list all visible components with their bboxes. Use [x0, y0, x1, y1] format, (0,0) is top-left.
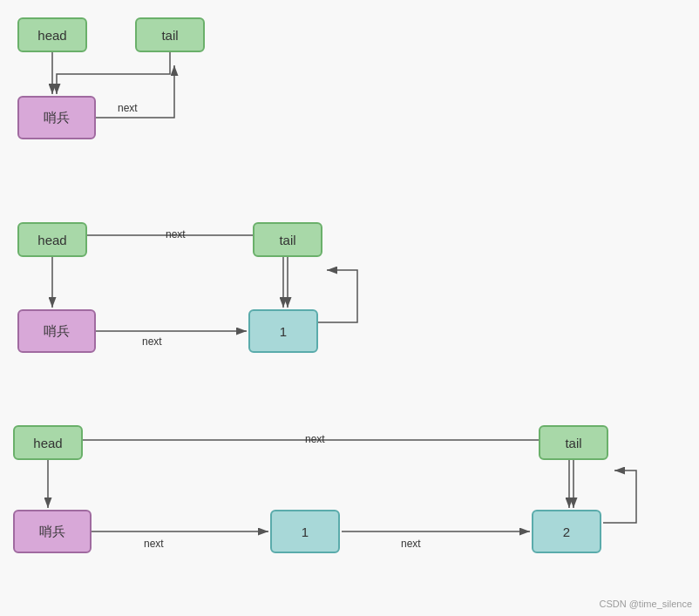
d2-sentinel-node: 哨兵 — [17, 309, 96, 353]
d2-head-node: head — [17, 222, 87, 257]
watermark: CSDN @time_silence — [599, 599, 692, 609]
d2-tail-node: tail — [253, 222, 322, 257]
d3-tail-node: tail — [539, 425, 608, 460]
d3-node1: 1 — [270, 510, 340, 553]
d3-head-node: head — [13, 425, 83, 460]
diagram-container: head tail 哨兵 next head tail 哨兵 1 next ne… — [0, 0, 699, 616]
d1-sentinel-node: 哨兵 — [17, 96, 96, 139]
d3-sentinel-node: 哨兵 — [13, 510, 92, 553]
d1-tail-node: tail — [135, 17, 205, 52]
d3-next-label-left: next — [144, 538, 164, 550]
d2-next-label-bottom: next — [142, 335, 162, 348]
d3-next-label-top: next — [305, 433, 325, 445]
d3-node2: 2 — [532, 510, 601, 553]
d2-next-label-top: next — [166, 228, 186, 240]
d2-node1: 1 — [248, 309, 318, 353]
d1-next-label: next — [118, 102, 138, 114]
d1-head-node: head — [17, 17, 87, 52]
d3-next-label-right: next — [401, 538, 421, 550]
